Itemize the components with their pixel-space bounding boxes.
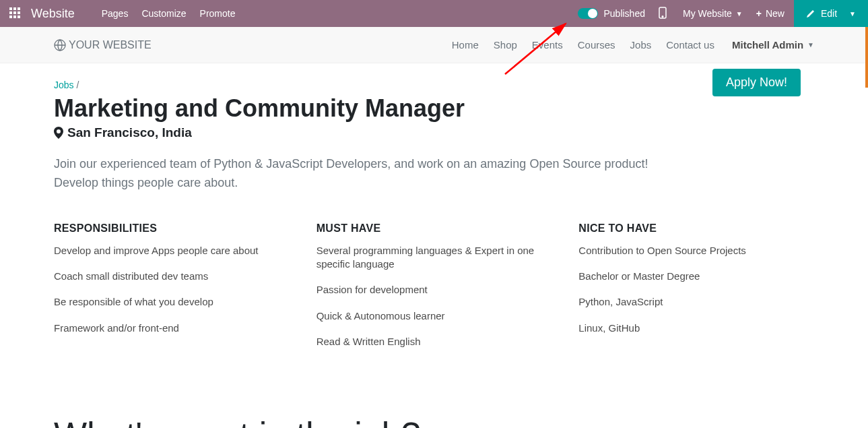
list-item: Python, JavaScript	[578, 295, 814, 309]
site-nav: YOUR WEBSITE Home Shop Events Courses Jo…	[0, 27, 868, 63]
nav-jobs[interactable]: Jobs	[630, 39, 652, 51]
apps-icon[interactable]	[9, 7, 22, 20]
pencil-icon	[806, 9, 815, 18]
list-item: Quick & Autonomous learner	[316, 309, 552, 323]
list-item: Read & Written English	[316, 335, 552, 348]
my-website-dropdown[interactable]: My Website ▼	[683, 8, 743, 19]
list-item: Several programming languages & Expert i…	[316, 244, 552, 272]
nav-shop[interactable]: Shop	[494, 39, 517, 51]
list-item: Contribution to Open Source Projects	[578, 244, 814, 257]
site-logo[interactable]: YOUR WEBSITE	[54, 39, 152, 51]
scrollbar-thumb[interactable]	[865, 27, 868, 88]
breadcrumb-sep: /	[76, 80, 79, 90]
list-item: Bachelor or Master Degree	[578, 270, 814, 283]
page-content: Jobs / Marketing and Community Manager S…	[0, 63, 868, 428]
user-menu[interactable]: Mitchell Admin ▼	[732, 39, 814, 51]
list-item: Develop and improve Apps people care abo…	[54, 244, 290, 257]
nav-home[interactable]: Home	[452, 39, 479, 51]
list-item: Be responsible of what you develop	[54, 295, 290, 309]
globe-icon	[54, 39, 66, 51]
app-brand[interactable]: Website	[31, 7, 75, 21]
page-title: Marketing and Community Manager	[54, 94, 814, 123]
job-location-text: San Francisco, India	[67, 125, 192, 140]
user-name: Mitchell Admin	[732, 39, 803, 51]
nav-courses[interactable]: Courses	[578, 39, 615, 51]
nav-contact[interactable]: Contact us	[666, 39, 714, 51]
col-heading: RESPONSIBILITIES	[54, 222, 290, 235]
nav-events[interactable]: Events	[532, 39, 563, 51]
job-columns: RESPONSIBILITIES Develop and improve App…	[54, 222, 814, 361]
apply-button[interactable]: Apply Now!	[712, 69, 801, 96]
my-website-label: My Website	[683, 8, 732, 19]
published-label: Published	[603, 8, 645, 19]
mobile-preview-icon[interactable]	[659, 7, 667, 21]
published-toggle[interactable]	[578, 8, 598, 19]
edit-button[interactable]: Edit ▼	[794, 0, 868, 27]
topmenu-customize[interactable]: Customize	[141, 8, 186, 19]
list-item: Coach small distributed dev teams	[54, 270, 290, 283]
breadcrumb-jobs[interactable]: Jobs	[54, 80, 74, 90]
new-label: New	[766, 8, 784, 19]
job-location: San Francisco, India	[54, 125, 814, 140]
edit-label: Edit	[821, 8, 837, 19]
new-button[interactable]: + New	[756, 8, 784, 19]
plus-icon: +	[756, 8, 762, 19]
caret-down-icon: ▼	[807, 41, 814, 49]
col-heading: NICE TO HAVE	[578, 222, 814, 235]
col-must-have: MUST HAVE Several programming languages …	[316, 222, 552, 361]
list-item: Passion for development	[316, 283, 552, 297]
svg-point-1	[662, 16, 663, 17]
col-responsibilities: RESPONSIBILITIES Develop and improve App…	[54, 222, 290, 361]
location-pin-icon	[54, 127, 63, 139]
col-heading: MUST HAVE	[316, 222, 552, 235]
topbar: Website Pages Customize Promote Publishe…	[0, 0, 868, 27]
job-intro: Join our experienced team of Python & Ja…	[54, 155, 687, 193]
topmenu-pages[interactable]: Pages	[102, 8, 129, 19]
site-logo-text: YOUR WEBSITE	[69, 39, 152, 51]
caret-down-icon: ▼	[849, 10, 856, 18]
topmenu-promote[interactable]: Promote	[200, 8, 236, 19]
list-item: Framework and/or front-end	[54, 322, 290, 335]
list-item: Linux, GitHub	[578, 322, 814, 335]
section-heading: What's great in the job?	[54, 415, 814, 428]
caret-down-icon: ▼	[736, 10, 743, 18]
col-nice-to-have: NICE TO HAVE Contribution to Open Source…	[578, 222, 814, 361]
breadcrumb: Jobs /	[54, 80, 814, 90]
